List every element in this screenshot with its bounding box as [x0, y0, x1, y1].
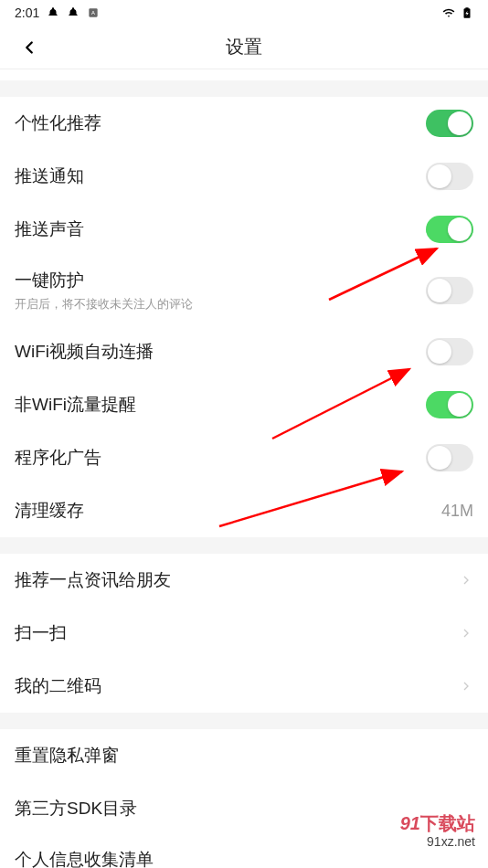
row-label: 推送通知	[15, 164, 84, 188]
status-left: 2:01 A	[15, 5, 100, 20]
header: 设置	[0, 26, 488, 69]
settings-section-1: 个性化推荐 推送通知 推送声音 一键防护 开启后，将不接收未关注人的评论 WiF…	[0, 97, 488, 537]
page-title: 设置	[0, 35, 488, 59]
chevron-right-icon	[459, 626, 473, 640]
row-protection[interactable]: 一键防护 开启后，将不接收未关注人的评论	[0, 256, 488, 325]
row-label: 重置隐私弹窗	[15, 744, 119, 767]
row-my-qrcode[interactable]: 我的二维码	[0, 660, 488, 713]
watermark-line1: 91下载站	[400, 812, 475, 834]
partial-row: ～～～～～～～～	[0, 69, 488, 80]
row-reset-privacy[interactable]: 重置隐私弹窗	[0, 729, 488, 782]
toggle-personalized[interactable]	[426, 110, 473, 137]
row-push-sound[interactable]: 推送声音	[0, 203, 488, 256]
row-label: 个性化推荐	[15, 111, 101, 135]
row-label: WiFi视频自动连播	[15, 340, 154, 364]
gap	[0, 80, 488, 97]
row-label: 扫一扫	[15, 621, 67, 645]
row-label: 非WiFi流量提醒	[15, 393, 136, 417]
toggle-wifi-autoplay[interactable]	[426, 338, 473, 365]
back-button[interactable]	[11, 29, 48, 66]
status-bar: 2:01 A	[0, 0, 488, 26]
row-label: 我的二维码	[15, 674, 101, 698]
toggle-programmatic-ads[interactable]	[426, 444, 473, 471]
row-label: 个人信息收集清单	[15, 848, 154, 868]
row-label: 一键防护	[15, 269, 193, 292]
row-recommend-to-friend[interactable]: 推荐一点资讯给朋友	[0, 554, 488, 607]
status-time: 2:01	[15, 5, 39, 20]
cache-size: 41M	[441, 502, 473, 521]
settings-section-2: 推荐一点资讯给朋友 扫一扫 我的二维码	[0, 554, 488, 713]
status-right	[442, 6, 473, 19]
notification-icon	[47, 6, 59, 19]
row-programmatic-ads[interactable]: 程序化广告	[0, 431, 488, 484]
watermark-line2: 91xz.net	[400, 834, 475, 850]
toggle-protection[interactable]	[426, 277, 473, 304]
svg-rect-3	[465, 7, 469, 9]
chevron-right-icon	[459, 573, 473, 587]
row-personalized-recommendations[interactable]: 个性化推荐	[0, 97, 488, 150]
chevron-left-icon	[19, 37, 39, 58]
toggle-nonwifi-alert[interactable]	[426, 391, 473, 418]
gap	[0, 713, 488, 729]
row-label: 推送声音	[15, 217, 84, 241]
notification-icon	[67, 6, 80, 19]
row-nonwifi-alert[interactable]: 非WiFi流量提醒	[0, 378, 488, 431]
row-label: 清理缓存	[15, 499, 84, 523]
row-label: 程序化广告	[15, 446, 101, 470]
row-wifi-autoplay[interactable]: WiFi视频自动连播	[0, 325, 488, 378]
app-badge-icon: A	[87, 6, 100, 19]
toggle-push-sound[interactable]	[426, 216, 473, 243]
wifi-icon	[442, 6, 455, 19]
row-sublabel: 开启后，将不接收未关注人的评论	[15, 296, 193, 312]
toggle-push-notifications[interactable]	[426, 163, 473, 190]
row-scan[interactable]: 扫一扫	[0, 607, 488, 660]
chevron-right-icon	[459, 679, 473, 693]
row-clear-cache[interactable]: 清理缓存 41M	[0, 484, 488, 537]
gap	[0, 537, 488, 554]
row-label: 第三方SDK目录	[15, 797, 137, 820]
row-push-notifications[interactable]: 推送通知	[0, 150, 488, 203]
svg-text:A: A	[91, 10, 95, 16]
watermark: 91下载站 91xz.net	[400, 812, 475, 850]
battery-icon	[461, 6, 473, 19]
row-label: 推荐一点资讯给朋友	[15, 568, 171, 592]
